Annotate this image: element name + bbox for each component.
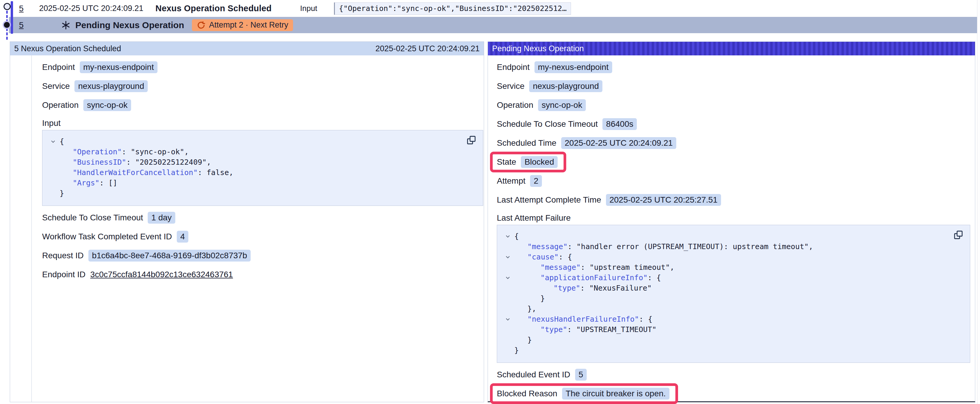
- pending-operation-panel: Pending Nexus Operation Endpointmy-nexus…: [488, 41, 975, 402]
- json-text: {: [60, 136, 64, 147]
- field-label: Service: [497, 81, 524, 91]
- field-row-attempt: Attempt2: [497, 171, 970, 190]
- json-text: "HandlerWaitForCancellation": false,: [60, 167, 234, 178]
- json-line: "message": "upstream timeout",: [501, 262, 964, 273]
- event-input-label: Input: [300, 4, 317, 13]
- field-row-blocked-reason: Blocked ReasonThe circuit breaker is ope…: [497, 384, 970, 403]
- field-row-workflow-task-completed-event-id: Workflow Task Completed Event ID4: [42, 227, 483, 246]
- field-label: Schedule To Close Timeout: [497, 119, 598, 129]
- field-label: Endpoint: [42, 62, 75, 72]
- field-row-service: Servicenexus-playground: [42, 77, 483, 96]
- json-text: "message": "handler error (UPSTREAM_TIME…: [514, 241, 813, 252]
- annotation-highlight-box: Blocked ReasonThe circuit breaker is ope…: [490, 383, 678, 404]
- field-row-schedule-to-close-timeout: Schedule To Close Timeout86400s: [497, 115, 970, 133]
- json-line: "HandlerWaitForCancellation": false,: [46, 167, 477, 178]
- json-text: "nexusHandlerFailureInfo": {: [514, 314, 652, 324]
- chevron-down-icon[interactable]: [501, 252, 514, 262]
- field-label: Endpoint: [497, 62, 530, 72]
- json-line: {: [501, 231, 964, 241]
- gutter-spacer: [501, 324, 514, 335]
- panel-title: 5 Nexus Operation Scheduled: [14, 44, 121, 53]
- field-label: Workflow Task Completed Event ID: [42, 232, 172, 241]
- json-line: "BusinessID": "20250225122409",: [46, 157, 477, 167]
- json-line: "cause": {: [501, 252, 964, 262]
- input-section-label: Input: [42, 116, 483, 130]
- field-value-badge: sync-op-ok: [538, 99, 586, 111]
- field-row-endpoint-id: Endpoint ID3c0c75ccfa8144b092c13ce632463…: [42, 265, 483, 284]
- field-value-badge: 5: [575, 369, 587, 380]
- pending-operation-panel-body: Endpointmy-nexus-endpointServicenexus-pl…: [488, 55, 975, 401]
- chevron-down-icon[interactable]: [46, 136, 60, 147]
- field-label: Last Attempt Complete Time: [497, 195, 601, 205]
- json-text: "Args": []: [60, 178, 118, 188]
- field-value-badge: 2025-02-25 UTC 20:24:09.21: [561, 137, 676, 149]
- last-attempt-failure-label: Last Attempt Failure: [497, 211, 970, 225]
- field-label: Scheduled Time: [497, 138, 557, 148]
- chevron-down-icon[interactable]: [501, 231, 514, 241]
- field-row-request-id: Request IDb1c6a4bc-8ee7-468a-9169-df3b02…: [42, 246, 483, 265]
- json-text: "type": "NexusFailure": [514, 283, 652, 293]
- json-line: {: [46, 136, 477, 147]
- field-value-badge: sync-op-ok: [83, 99, 131, 111]
- json-line: }: [46, 188, 477, 198]
- field-value-badge: my-nexus-endpoint: [535, 61, 612, 73]
- input-json-block: {"Operation": "sync-op-ok","BusinessID":…: [42, 130, 483, 206]
- field-row-last-attempt-complete-time: Last Attempt Complete Time2025-02-25 UTC…: [497, 190, 970, 209]
- json-text: "Operation": "sync-op-ok",: [60, 147, 189, 157]
- field-row-schedule-to-close-timeout: Schedule To Close Timeout1 day: [42, 208, 483, 227]
- field-value-badge: nexus-playground: [75, 80, 148, 92]
- chevron-down-icon[interactable]: [501, 273, 514, 283]
- field-label: Attempt: [497, 176, 525, 186]
- gutter-spacer: [501, 283, 514, 293]
- scheduled-event-panel-header: 5 Nexus Operation Scheduled 2025-02-25 U…: [10, 42, 484, 55]
- field-label: Operation: [497, 100, 533, 110]
- event-id-link[interactable]: 5: [19, 4, 28, 13]
- gutter-spacer: [46, 147, 60, 157]
- event-row-nexus-operation-scheduled[interactable]: 5 2025-02-25 UTC 20:24:09.21 Nexus Opera…: [0, 0, 977, 17]
- gutter-spacer: [501, 335, 514, 345]
- field-value-badge: 2: [530, 175, 542, 187]
- field-label: Endpoint ID: [42, 270, 86, 279]
- scrollbar-track[interactable]: [977, 0, 980, 404]
- copy-icon[interactable]: [953, 230, 963, 241]
- json-text: "message": "upstream timeout",: [514, 262, 675, 273]
- pending-event-id-link[interactable]: 5: [19, 21, 28, 30]
- event-row-pending-nexus-operation[interactable]: 5 Pending Nexus Operation Attempt 2 · Ne…: [9, 17, 977, 33]
- json-line: "message": "handler error (UPSTREAM_TIME…: [501, 241, 964, 252]
- json-text: "applicationFailureInfo": {: [514, 273, 661, 283]
- json-text: "cause": {: [514, 252, 572, 262]
- field-value-badge: The circuit breaker is open.: [562, 388, 670, 399]
- field-row-state: StateBlocked: [497, 152, 970, 171]
- field-value-badge: 2025-02-25 UTC 20:25:27.51: [606, 194, 721, 206]
- gutter-spacer: [46, 157, 60, 167]
- json-text: "type": "UPSTREAM_TIMEOUT": [514, 324, 656, 335]
- event-timestamp: 2025-02-25 UTC 20:24:09.21: [39, 4, 156, 13]
- field-value-badge: Blocked: [521, 156, 558, 168]
- gutter-spacer: [46, 167, 60, 178]
- event-input-preview-chip[interactable]: {"Operation":"sync-op-ok","BusinessID":"…: [334, 2, 571, 15]
- json-line: "applicationFailureInfo": {: [501, 273, 964, 283]
- json-text: }: [60, 188, 64, 198]
- json-line: "Operation": "sync-op-ok",: [46, 147, 477, 157]
- field-label: Scheduled Event ID: [497, 370, 570, 379]
- field-label: Schedule To Close Timeout: [42, 213, 143, 222]
- field-value-link[interactable]: 3c0c75ccfa8144b092c13ce632463761: [90, 270, 233, 279]
- field-row-endpoint: Endpointmy-nexus-endpoint: [42, 58, 483, 77]
- field-label: Operation: [42, 100, 79, 110]
- field-label: State: [497, 157, 516, 167]
- scheduled-event-panel: 5 Nexus Operation Scheduled 2025-02-25 U…: [10, 41, 484, 402]
- field-row-endpoint: Endpointmy-nexus-endpoint: [497, 58, 970, 77]
- pending-operation-panel-header: Pending Nexus Operation: [488, 42, 975, 55]
- copy-icon[interactable]: [466, 135, 476, 146]
- event-detail-panels: 5 Nexus Operation Scheduled 2025-02-25 U…: [0, 41, 980, 402]
- json-line: "type": "NexusFailure": [501, 283, 964, 293]
- field-label: Request ID: [42, 251, 84, 260]
- json-text: }: [514, 293, 545, 304]
- field-value-badge: nexus-playground: [529, 80, 602, 92]
- json-line: "Args": []: [46, 178, 477, 188]
- field-value-badge: b1c6a4bc-8ee7-468a-9169-df3b02c8737b: [88, 250, 251, 261]
- chevron-down-icon[interactable]: [501, 314, 514, 324]
- gutter-spacer: [501, 304, 514, 314]
- attempt-retry-badge: Attempt 2 · Next Retry: [192, 19, 293, 31]
- field-label: Service: [42, 81, 70, 91]
